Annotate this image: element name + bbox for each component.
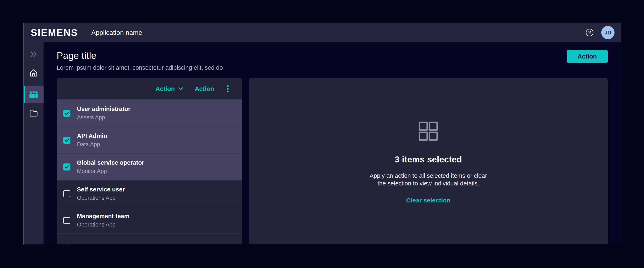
toolbar-action-dropdown-label: Action	[156, 85, 175, 92]
list-item-title: Management team	[77, 213, 130, 220]
users-icon	[29, 90, 38, 99]
page-title: Page title	[57, 50, 223, 62]
help-button[interactable]: ?	[585, 28, 594, 38]
folder-icon	[29, 109, 38, 116]
list-item-title: API Admin	[77, 132, 107, 140]
list-toolbar: Action Action	[57, 78, 242, 100]
list-panel: Action Action	[57, 78, 242, 244]
selection-help-text: Apply an action to all selected items or…	[370, 172, 487, 187]
list-item-management-team[interactable]: Management team Operations App	[57, 207, 242, 234]
kebab-menu-icon	[226, 85, 229, 92]
checkbox-checked[interactable]	[63, 110, 70, 117]
selection-help-line2: the selection to view individual details…	[370, 180, 487, 187]
home-icon	[29, 69, 38, 77]
main-content: Page title Lorem ipsum dolor sit amet, c…	[44, 42, 621, 244]
list-item-user-administrator[interactable]: User administrator Assets App	[57, 100, 242, 126]
selection-count-heading: 3 items selected	[394, 154, 462, 164]
list-item-global-service-operator[interactable]: Global service operator Monitor App	[57, 153, 242, 180]
detail-panel: 3 items selected Apply an action to all …	[249, 78, 608, 244]
list-item-title: Global service operator	[77, 159, 144, 166]
check-icon	[64, 138, 69, 142]
check-icon	[64, 165, 69, 169]
toolbar-action-dropdown[interactable]: Action	[156, 85, 183, 92]
sidebar-item-users[interactable]	[24, 86, 44, 103]
list-item-subtitle: Data App	[77, 141, 107, 148]
list-item-subtitle: Assets App	[77, 114, 130, 121]
checkbox-unchecked[interactable]	[63, 190, 70, 197]
toolbar-action-button-label: Action	[195, 85, 214, 92]
list-item-machine-user-administrator[interactable]: Machine user administrator	[57, 234, 242, 244]
page-subtitle: Lorem ipsum dolor sit amet, consectetur …	[57, 64, 223, 71]
list-item-self-service-user[interactable]: Self service user Operations App	[57, 180, 242, 207]
list-item-subtitle: Operations App	[77, 222, 130, 228]
clear-selection-link[interactable]: Clear selection	[406, 197, 450, 204]
svg-text:?: ?	[588, 30, 591, 35]
chevron-down-icon	[178, 87, 183, 90]
sidebar-item-home[interactable]	[24, 63, 44, 83]
list-item-subtitle: Monitor App	[77, 168, 144, 174]
list-item-subtitle: Operations App	[77, 195, 125, 201]
double-chevron-right-icon	[29, 50, 38, 58]
checkbox-checked[interactable]	[63, 164, 70, 170]
app-window: SIEMENS Application name ? JD	[23, 23, 621, 245]
list-item-title: Machine user administrator	[77, 244, 156, 244]
avatar[interactable]: JD	[601, 26, 614, 39]
list-item-title: Self service user	[77, 186, 125, 193]
page-action-button[interactable]: Action	[566, 50, 608, 63]
grid-items-icon	[418, 121, 438, 141]
toolbar-action-button[interactable]: Action	[195, 85, 214, 92]
sidebar	[24, 42, 44, 244]
siemens-logo: SIEMENS	[31, 27, 78, 38]
list-item-api-admin[interactable]: API Admin Data App	[57, 126, 242, 153]
selection-help-line1: Apply an action to all selected items or…	[370, 172, 487, 180]
toolbar-kebab-button[interactable]	[226, 84, 230, 94]
app-header: SIEMENS Application name ? JD	[24, 23, 621, 42]
checkbox-checked[interactable]	[63, 137, 70, 144]
sidebar-item-projects[interactable]	[24, 103, 44, 123]
list-item-title: User administrator	[77, 106, 130, 112]
checkbox-unchecked[interactable]	[63, 244, 70, 244]
sidebar-collapse-button[interactable]	[24, 46, 44, 63]
check-icon	[64, 112, 69, 115]
help-icon: ?	[586, 28, 594, 37]
application-name: Application name	[91, 29, 142, 36]
checkbox-unchecked[interactable]	[63, 217, 70, 224]
